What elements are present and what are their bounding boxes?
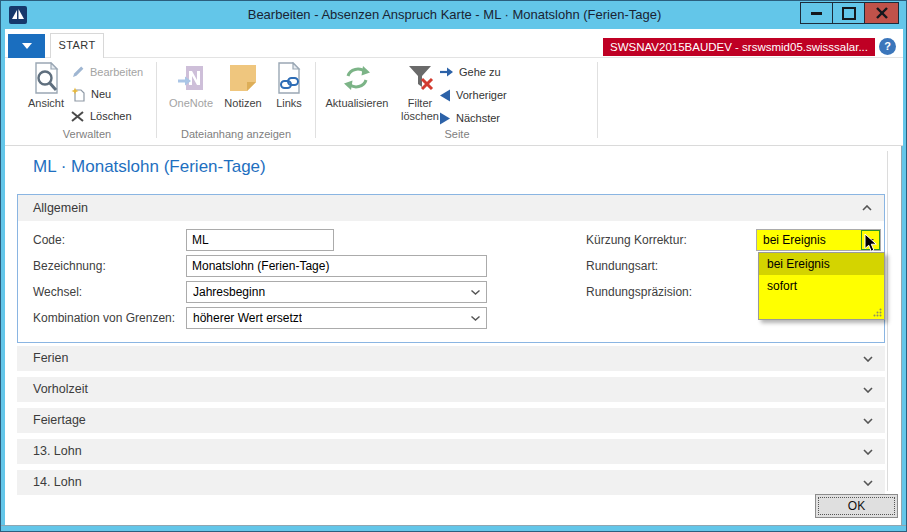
fasttab-label-vorholzeit: Vorholzeit: [33, 377, 88, 402]
aktualisieren-button[interactable]: Aktualisieren: [322, 61, 392, 110]
fasttab-label-feiertage: Feiertage: [33, 408, 86, 433]
label-kombination: Kombination von Grenzen:: [33, 307, 175, 329]
app-menu-dropdown-icon: [22, 43, 32, 49]
dropdown-option-bei-ereignis[interactable]: bei Ereignis: [759, 253, 884, 275]
fasttab-header-allgemein[interactable]: Allgemein: [18, 195, 884, 221]
link-document-icon: [275, 61, 303, 95]
ribbon-divider: [597, 62, 598, 138]
bezeichnung-input[interactable]: [186, 255, 487, 277]
fasttab-label-ferien: Ferien: [33, 346, 68, 371]
ansicht-button[interactable]: Ansicht: [21, 61, 71, 110]
label-rundungsart: Rundungsart:: [586, 255, 658, 277]
ribbon: Ansicht Bearbeiten Neu Löschen Verwalten: [5, 58, 903, 145]
onenote-button: OneNote: [165, 61, 217, 110]
kuerzung-combobox[interactable]: bei Ereignis: [756, 229, 881, 251]
group-label-verwalten: Verwalten: [19, 128, 155, 140]
chevron-up-icon: [862, 205, 872, 211]
app-menu-button[interactable]: [8, 34, 45, 58]
server-badge: SWSNAV2015BAUDEV - srswsmid05.swisssalar…: [603, 38, 875, 56]
maximize-button[interactable]: [832, 2, 865, 24]
combo-chevron-icon: [471, 290, 480, 295]
page-title: ML · Monatslohn (Ferien-Tage): [33, 157, 266, 177]
wechsel-value: Jahresbeginn: [193, 282, 265, 302]
code-input[interactable]: [186, 229, 334, 251]
chevron-down-icon: [863, 449, 873, 455]
minimize-icon: [811, 12, 822, 15]
label-rundungspraezision: Rundungspräzision:: [586, 281, 692, 303]
gehe-zu-button[interactable]: Gehe zu: [439, 63, 501, 81]
fasttab-allgemein: Allgemein Code: Bezeichnung: Wechsel: Ja…: [17, 194, 885, 343]
kuerzung-value: bei Ereignis: [763, 230, 826, 250]
view-document-icon: [31, 61, 61, 95]
maximize-icon: [842, 7, 856, 20]
clear-filter-icon: [406, 61, 434, 95]
vorheriger-button[interactable]: Vorheriger: [439, 86, 507, 104]
filter-label-line1: Filter: [408, 97, 432, 109]
onenote-icon: [176, 61, 206, 95]
kombination-combobox[interactable]: höherer Wert ersetzt: [186, 307, 487, 329]
next-arrow-icon: [439, 112, 451, 125]
fasttab-vorholzeit[interactable]: Vorholzeit: [17, 377, 885, 402]
tab-start[interactable]: START: [50, 33, 104, 58]
links-button[interactable]: Links: [267, 61, 311, 110]
fasttab-ferien[interactable]: Ferien: [17, 346, 885, 371]
label-wechsel: Wechsel:: [33, 281, 82, 303]
neu-button[interactable]: Neu: [71, 85, 111, 103]
fasttab-14-lohn[interactable]: 14. Lohn: [17, 470, 885, 495]
mouse-cursor: [864, 233, 878, 253]
window: Bearbeiten - Absenzen Anspruch Karte - M…: [0, 0, 907, 532]
combo-chevron-icon: [471, 316, 480, 321]
bearbeiten-button: Bearbeiten: [71, 63, 143, 81]
kombination-value: höherer Wert ersetzt: [193, 308, 302, 328]
help-button[interactable]: ?: [879, 38, 896, 55]
loeschen-button[interactable]: Löschen: [71, 107, 132, 125]
close-button[interactable]: [864, 2, 899, 24]
sticky-note-icon: [229, 61, 257, 95]
chevron-down-icon: [863, 418, 873, 424]
naechster-button[interactable]: Nächster: [439, 109, 500, 127]
dropdown-option-sofort[interactable]: sofort: [759, 275, 884, 297]
chevron-down-icon: [863, 387, 873, 393]
chevron-down-icon: [863, 480, 873, 486]
kuerzung-dropdown-list: bei Ereignis sofort: [758, 252, 885, 320]
ribbon-bottom-border: [5, 145, 903, 146]
notizen-button[interactable]: Notizen: [219, 61, 267, 110]
pencil-icon: [71, 65, 85, 79]
titlebar: Bearbeiten - Absenzen Anspruch Karte - M…: [1, 1, 907, 29]
fasttab-label-14-lohn: 14. Lohn: [33, 470, 82, 495]
window-frame-bottom: [1, 525, 906, 531]
group-label-dateianhang: Dateianhang anzeigen: [158, 128, 314, 140]
new-document-icon: [71, 87, 86, 102]
fasttab-label-13-lohn: 13. Lohn: [33, 439, 82, 464]
label-kuerzung: Kürzung Korrektur:: [586, 229, 687, 251]
question-mark-icon: ?: [884, 40, 891, 52]
filter-loeschen-button[interactable]: Filter löschen: [397, 61, 443, 123]
content-edge-line: [887, 151, 888, 491]
wechsel-combobox[interactable]: Jahresbeginn: [186, 281, 487, 303]
delete-x-icon: [71, 110, 85, 123]
filter-label-line2: löschen: [401, 110, 439, 122]
group-label-seite: Seite: [318, 128, 596, 140]
ok-button[interactable]: OK: [815, 494, 898, 518]
fasttab-label-allgemein: Allgemein: [33, 201, 88, 215]
go-to-arrow-icon: [439, 66, 454, 78]
fasttab-feiertage[interactable]: Feiertage: [17, 408, 885, 433]
label-bezeichnung: Bezeichnung:: [33, 255, 106, 277]
previous-arrow-icon: [439, 89, 451, 102]
label-code: Code:: [33, 229, 65, 251]
ribbon-divider: [156, 62, 157, 138]
close-icon: [876, 7, 888, 19]
resize-grip-icon[interactable]: [872, 307, 882, 317]
window-title: Bearbeiten - Absenzen Anspruch Karte - M…: [1, 1, 907, 29]
fasttab-13-lohn[interactable]: 13. Lohn: [17, 439, 885, 464]
minimize-button[interactable]: [800, 2, 833, 24]
ribbon-tab-row: START SWSNAV2015BAUDEV - srswsmid05.swis…: [5, 29, 903, 58]
chevron-down-icon: [863, 356, 873, 362]
ribbon-divider: [315, 62, 316, 138]
refresh-icon: [342, 61, 372, 95]
